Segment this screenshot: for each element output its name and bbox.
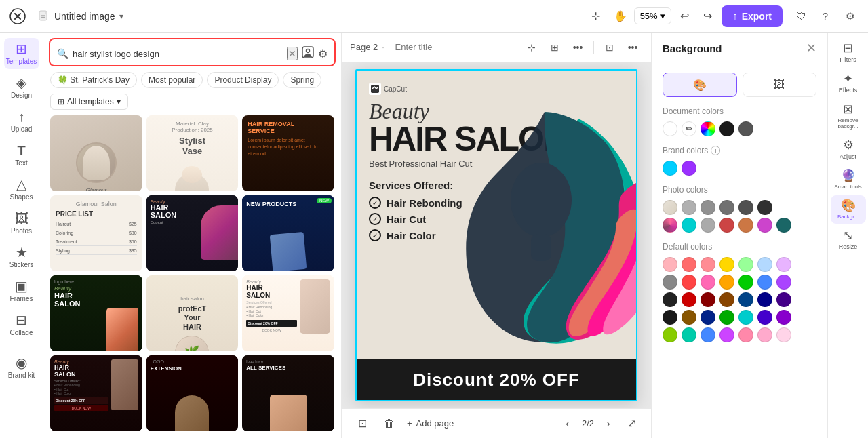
sidebar-item-upload[interactable]: ↑ Upload — [4, 106, 39, 137]
cat-spring[interactable]: Spring — [283, 72, 321, 88]
brand-colors-section: Brand colors i — [663, 146, 816, 176]
doc-title-section: Untitled image ▾ — [38, 10, 123, 22]
photo-color-teal[interactable] — [682, 218, 696, 233]
photo-color-gray2[interactable] — [701, 218, 715, 233]
sidebar-item-shapes[interactable]: △ Shapes — [4, 174, 39, 205]
search-filter-btn[interactable]: ⚙ — [318, 47, 328, 60]
template-card-5[interactable]: Beauty HAIRSALON Copcut Services Offered… — [146, 195, 239, 271]
photo-color-img2[interactable] — [663, 218, 677, 233]
doc-color-edit[interactable]: ✏ — [682, 121, 696, 136]
sidebar-item-templates[interactable]: ⊞ Templates — [4, 38, 39, 69]
photo-color-red[interactable] — [719, 218, 734, 233]
settings-canvas-btn[interactable]: ⊡ — [353, 414, 372, 433]
sidebar-item-stickers[interactable]: ★ Stickers — [4, 241, 39, 273]
sidebar-item-photos[interactable]: 🖼 Photos — [4, 207, 39, 239]
frame-btn[interactable]: ⊡ — [599, 37, 620, 58]
bg-color-btn[interactable]: 🎨 — [663, 73, 737, 97]
settings-icon-btn[interactable]: ⚙ — [840, 6, 860, 26]
brand-color-cyan[interactable] — [663, 161, 677, 176]
right-sidebar: ⊟ Filters ✦ Effects ⊠ Remove backgr... ⚙… — [827, 33, 868, 438]
template-card-2[interactable]: Material: ClayProduction: 2025 Stylist V… — [146, 115, 239, 191]
bg-image-btn[interactable]: 🖼 — [743, 73, 817, 97]
sidebar-item-design[interactable]: ◈ Design — [4, 72, 39, 103]
rs-filters[interactable]: ⊟ Filters — [831, 38, 866, 67]
next-page-btn[interactable]: › — [599, 415, 617, 433]
template-card-12[interactable]: logo here ALL SERVICES 50% OFF special — [242, 355, 334, 431]
template-card-6[interactable]: NEW NEW PRODUCTS Super! $599 — [242, 195, 334, 271]
template-card-7[interactable]: logo here Beauty HAIRSALON Services Offe… — [50, 275, 142, 351]
toolbar-divider — [593, 41, 594, 54]
redo-btn[interactable]: ↪ — [697, 5, 719, 27]
template-card-9[interactable]: Beauty HAIRSALON Services Offered • Hair… — [242, 275, 334, 351]
layout-btn[interactable]: ⊞ — [545, 37, 565, 58]
photo-color-orange[interactable] — [738, 218, 753, 233]
canvas-more-btn[interactable]: ••• — [623, 37, 643, 58]
photo-color-img[interactable] — [663, 200, 677, 215]
page-label: Page 2 — [350, 42, 378, 52]
rs-background[interactable]: 🎨 Backgr... — [831, 195, 866, 224]
template-card-8[interactable]: hair salon protEcTYourHAIR 🌿 natural car… — [146, 275, 239, 351]
cat-product-display[interactable]: Product Display — [207, 72, 279, 88]
delete-btn[interactable]: 🗑 — [380, 414, 399, 433]
doc-color-rainbow[interactable] — [701, 121, 715, 136]
sidebar-item-frames[interactable]: ▣ Frames — [4, 275, 39, 306]
service-3: Hair Color — [387, 230, 436, 241]
stickers-icon: ★ — [16, 245, 28, 259]
cat-stpatricks[interactable]: 🍀 St. Patrick's Day — [50, 72, 137, 88]
doc-color-gray[interactable] — [738, 121, 753, 136]
photo-color-4[interactable] — [738, 200, 753, 215]
doc-color-white[interactable] — [663, 121, 677, 136]
canvas-tools: ⊹ ⊞ ••• ⊡ ••• — [521, 37, 643, 58]
search-clear-btn[interactable]: ✕ — [287, 47, 298, 60]
search-image-btn[interactable] — [302, 46, 314, 61]
help-icon-btn[interactable]: ? — [815, 6, 835, 26]
export-button[interactable]: ↑ Export — [722, 5, 783, 27]
sidebar-item-text[interactable]: T Text — [4, 140, 39, 171]
service-item-2: ✓ Hair Cut — [369, 213, 518, 225]
prev-page-btn[interactable]: ‹ — [559, 415, 576, 433]
add-page-btn[interactable]: + Add page — [407, 418, 454, 429]
template-card-3[interactable]: HAIR REMOVALSERVICE Lorem ipsum dolor si… — [242, 115, 334, 191]
title-chevron[interactable]: ▾ — [119, 12, 123, 21]
page-title-input[interactable] — [389, 39, 515, 56]
rs-adjust[interactable]: ⚙ Adjust — [831, 135, 866, 164]
shield-icon-btn[interactable]: 🛡 — [791, 6, 811, 26]
photo-color-darkteal[interactable] — [776, 218, 791, 233]
rs-remove-bg[interactable]: ⊠ Remove backgr... — [831, 99, 866, 134]
canvas-viewport[interactable]: CapCut Beauty HAIR SALON Best Profession… — [342, 62, 651, 408]
panel-close-btn[interactable]: ✕ — [806, 41, 816, 56]
rs-effects[interactable]: ✦ Effects — [831, 68, 866, 98]
default-row-2 — [663, 275, 816, 290]
template-card-1[interactable]: Glamour HAIR SALON Copcut — [50, 115, 142, 191]
all-templates-btn[interactable]: ⊞ All templates ▾ — [50, 94, 128, 110]
search-input[interactable] — [73, 49, 283, 59]
templates-grid: Glamour HAIR SALON Copcut Material: Clay… — [43, 115, 341, 438]
sidebar-item-collage[interactable]: ⊟ Collage — [4, 309, 39, 340]
zoom-selector[interactable]: 55% ▾ — [634, 7, 671, 24]
svg-point-7 — [511, 163, 572, 237]
text-icon: T — [17, 144, 25, 157]
photo-color-1[interactable] — [682, 200, 696, 215]
photo-color-3[interactable] — [719, 200, 734, 215]
default-row-5 — [663, 327, 816, 342]
crop-tool-btn[interactable]: ⊹ — [521, 37, 542, 58]
undo-btn[interactable]: ↩ — [674, 5, 696, 27]
doc-color-black[interactable] — [719, 121, 734, 136]
brand-colors-label: Brand colors i — [663, 146, 816, 155]
rs-smart-tools[interactable]: 🔮 Smart tools — [831, 165, 866, 194]
fullscreen-btn[interactable]: ⤢ — [623, 415, 640, 433]
template-card-10[interactable]: Beauty HAIRSALON Services Offered: • Hai… — [50, 355, 142, 431]
more-options-btn[interactable]: ••• — [568, 37, 588, 58]
sidebar-item-brand[interactable]: ◉ Brand kit — [4, 352, 39, 383]
template-card-11[interactable]: LOGO EXTENSION 30% OFF all services — [146, 355, 239, 431]
template-card-4[interactable]: Glamour Salon PRICE LIST Haircut$25 Colo… — [50, 195, 142, 271]
app-logo[interactable] — [8, 7, 27, 26]
cat-popular[interactable]: Most popular — [141, 72, 203, 88]
photo-color-5[interactable] — [757, 200, 772, 215]
brand-color-purple[interactable] — [682, 161, 696, 176]
rs-resize[interactable]: ⤡ Resize — [831, 225, 866, 254]
select-tool[interactable]: ⊹ — [585, 5, 607, 27]
photo-color-2[interactable] — [701, 200, 715, 215]
photo-color-magenta[interactable] — [757, 218, 772, 233]
hand-tool[interactable]: ✋ — [610, 5, 631, 27]
